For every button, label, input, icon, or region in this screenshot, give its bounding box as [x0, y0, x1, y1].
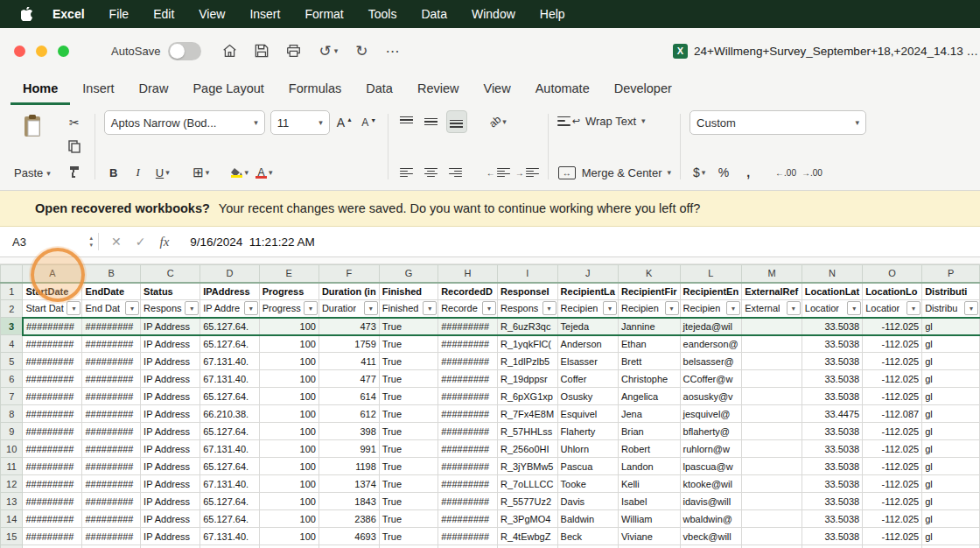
cell[interactable]: [742, 528, 802, 545]
cell[interactable]: IP Address: [141, 440, 200, 458]
cell[interactable]: 67.131.40.: [200, 475, 260, 493]
cell[interactable]: Isabel: [618, 493, 680, 510]
percent-style-button[interactable]: %: [714, 162, 733, 183]
cancel-entry-icon[interactable]: ✕: [111, 235, 122, 249]
cell[interactable]: Osusky: [557, 388, 618, 405]
cell[interactable]: #########: [438, 510, 498, 528]
cell[interactable]: R_19dppsr: [497, 370, 557, 388]
cell[interactable]: bflaherty@: [680, 423, 742, 440]
cell[interactable]: Respons▾: [497, 300, 557, 318]
cell[interactable]: 33.4475: [802, 405, 862, 423]
cell[interactable]: #########: [82, 388, 141, 405]
menu-item-file[interactable]: File: [97, 0, 142, 28]
cell[interactable]: R_3jYBMw5: [497, 458, 557, 475]
cell[interactable]: 104.28.25.: [200, 545, 260, 548]
cell[interactable]: jtejeda@wil: [680, 318, 742, 335]
filter-dropdown-icon[interactable]: ▾: [364, 301, 378, 315]
cell[interactable]: [742, 493, 802, 510]
filter-dropdown-icon[interactable]: ▾: [665, 301, 679, 315]
cell[interactable]: gl: [922, 458, 980, 475]
column-header-D[interactable]: D: [200, 265, 260, 283]
cell[interactable]: CCoffer@w: [680, 370, 742, 388]
increase-indent-icon[interactable]: →: [515, 162, 539, 183]
fill-color-button[interactable]: ▾: [230, 162, 249, 183]
cell[interactable]: 67.131.40.: [200, 440, 260, 458]
print-icon[interactable]: [286, 44, 301, 58]
cell[interactable]: R_6uzR3qc: [497, 318, 557, 335]
column-header-F[interactable]: F: [318, 265, 379, 283]
cell[interactable]: 100: [259, 423, 318, 440]
cell[interactable]: IP Address: [141, 423, 200, 440]
filter-dropdown-icon[interactable]: ▾: [304, 301, 318, 315]
cell[interactable]: 100: [259, 318, 318, 335]
name-box[interactable]: A3 ▴▾: [0, 227, 98, 256]
cell[interactable]: 33.5038: [802, 335, 862, 353]
cell[interactable]: [680, 545, 742, 548]
cell[interactable]: #########: [82, 318, 141, 335]
row-header-6[interactable]: 6: [1, 370, 23, 388]
cell[interactable]: [557, 545, 618, 548]
cell[interactable]: True: [379, 423, 438, 440]
cell[interactable]: Brian: [618, 423, 680, 440]
cell[interactable]: Kelli: [618, 475, 680, 493]
cell[interactable]: 1843: [318, 493, 379, 510]
cell[interactable]: True: [379, 318, 438, 335]
cell[interactable]: #########: [82, 528, 141, 545]
cell[interactable]: True: [379, 458, 438, 475]
apple-logo-icon[interactable]: [14, 7, 40, 21]
cell[interactable]: #########: [23, 423, 82, 440]
cell[interactable]: #########: [438, 405, 498, 423]
cell[interactable]: True: [379, 440, 438, 458]
zoom-window-button[interactable]: [58, 46, 69, 57]
row-header-1[interactable]: 1: [1, 283, 23, 300]
cell[interactable]: #########: [23, 510, 82, 528]
cell[interactable]: LocationLo: [863, 283, 922, 300]
menu-item-window[interactable]: Window: [459, 0, 528, 28]
cell[interactable]: RecordedD: [438, 283, 498, 300]
filter-dropdown-icon[interactable]: ▾: [185, 301, 199, 315]
align-left-icon[interactable]: [397, 162, 416, 183]
column-header-P[interactable]: P: [922, 265, 980, 283]
cell[interactable]: lpascua@w: [680, 458, 742, 475]
cell[interactable]: [742, 388, 802, 405]
tab-developer[interactable]: Developer: [602, 74, 684, 105]
cell[interactable]: Respons▾: [141, 300, 200, 318]
cell[interactable]: #########: [82, 440, 141, 458]
cell[interactable]: Duratior▾: [318, 300, 379, 318]
align-right-icon[interactable]: [446, 162, 466, 183]
cell[interactable]: Baldwin: [557, 510, 618, 528]
bold-button[interactable]: B: [104, 162, 123, 183]
cell[interactable]: IP Address: [141, 545, 200, 548]
cell[interactable]: #########: [438, 440, 498, 458]
cell[interactable]: #########: [438, 388, 498, 405]
cell[interactable]: [922, 545, 980, 548]
cell[interactable]: IP Address: [141, 335, 200, 353]
close-window-button[interactable]: [14, 46, 25, 57]
filter-dropdown-icon[interactable]: ▾: [726, 301, 740, 315]
cell[interactable]: #########: [82, 423, 141, 440]
cell[interactable]: 612: [318, 405, 379, 423]
filter-dropdown-icon[interactable]: ▾: [906, 301, 920, 315]
cell[interactable]: [742, 545, 802, 548]
menu-item-view[interactable]: View: [186, 0, 237, 28]
cell[interactable]: R_3PgMO4: [497, 510, 557, 528]
cell[interactable]: [618, 545, 680, 548]
cell[interactable]: Progress▾: [259, 300, 318, 318]
cell[interactable]: 100: [259, 370, 318, 388]
cell[interactable]: [742, 475, 802, 493]
cell[interactable]: #########: [82, 370, 141, 388]
cell[interactable]: End Dat▾: [82, 300, 141, 318]
column-header-E[interactable]: E: [259, 265, 318, 283]
cell[interactable]: [742, 335, 802, 353]
cell[interactable]: #########: [438, 528, 498, 545]
cell[interactable]: 411: [318, 353, 379, 370]
cell[interactable]: Robert: [618, 440, 680, 458]
orientation-button[interactable]: ab▾: [488, 111, 508, 132]
cell[interactable]: 65.127.64.: [200, 335, 260, 353]
cell[interactable]: [742, 510, 802, 528]
cell[interactable]: 67.131.40.: [200, 370, 260, 388]
cell[interactable]: 66.210.38.: [200, 405, 260, 423]
cell[interactable]: IP Address: [141, 370, 200, 388]
decrease-font-size-button[interactable]: A▼: [360, 112, 379, 133]
filter-dropdown-icon[interactable]: ▾: [964, 301, 978, 315]
